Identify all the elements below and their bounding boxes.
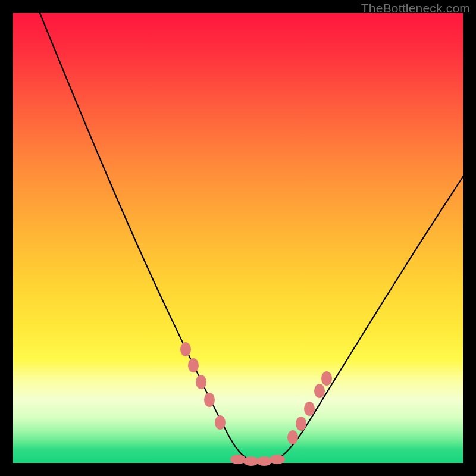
plot-area xyxy=(13,13,463,463)
watermark-text: TheBottleneck.com xyxy=(361,1,470,15)
chart-frame: TheBottleneck.com xyxy=(0,0,476,476)
marker-right-3 xyxy=(304,402,315,416)
marker-flat-3 xyxy=(256,456,272,466)
marker-left-3 xyxy=(196,375,206,389)
marker-flat-4 xyxy=(270,455,285,464)
marker-right-4 xyxy=(314,384,325,398)
marker-left-5 xyxy=(215,415,226,430)
curve-layer xyxy=(13,13,463,463)
marker-right-5 xyxy=(321,371,332,386)
marker-left-4 xyxy=(204,393,215,407)
marker-right-1 xyxy=(287,430,298,444)
marker-left-1 xyxy=(180,342,191,356)
left-curve xyxy=(40,13,257,462)
marker-left-2 xyxy=(188,358,199,372)
marker-right-2 xyxy=(296,416,306,431)
marker-flat-1 xyxy=(230,455,246,464)
